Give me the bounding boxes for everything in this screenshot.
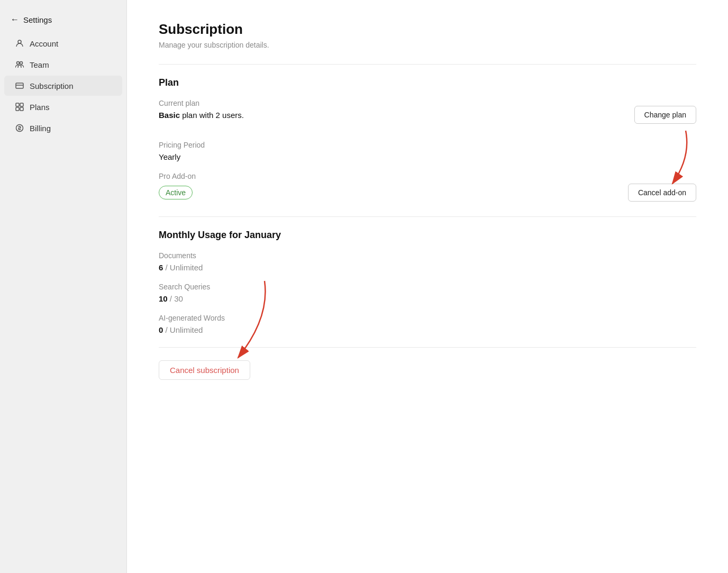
sidebar-item-account[interactable]: Account — [4, 33, 122, 53]
plans-label: Plans — [30, 103, 50, 112]
search-limit: / 30 — [170, 294, 183, 303]
account-icon — [15, 39, 24, 48]
search-value: 10 / 30 — [159, 294, 696, 303]
documents-limit: / Unlimited — [166, 263, 203, 272]
plan-name-suffix: plan with 2 users. — [180, 111, 244, 120]
active-badge: Active — [159, 186, 193, 199]
billing-icon — [15, 123, 24, 133]
current-plan-row: Current plan Basic plan with 2 users. Ch… — [159, 99, 696, 130]
current-plan-field: Current plan Basic plan with 2 users. — [159, 99, 244, 130]
plan-name-bold: Basic — [159, 111, 180, 120]
page-subtitle: Manage your subscription details. — [159, 41, 696, 49]
cancel-subscription-area: Cancel subscription — [159, 360, 250, 380]
back-arrow-icon: ← — [11, 15, 19, 24]
divider-2 — [159, 216, 696, 217]
search-label: Search Queries — [159, 283, 696, 291]
back-button[interactable]: ← Settings — [0, 11, 126, 33]
svg-rect-8 — [20, 107, 23, 111]
svg-rect-3 — [16, 83, 23, 88]
ai-label: AI-generated Words — [159, 314, 696, 322]
svg-rect-6 — [20, 103, 23, 106]
subscription-label: Subscription — [30, 81, 74, 90]
plan-section-title: Plan — [159, 77, 696, 88]
team-icon — [15, 60, 24, 69]
addon-action-area: Cancel add-on — [628, 184, 696, 202]
plans-icon — [15, 102, 24, 112]
search-count: 10 — [159, 294, 168, 303]
svg-rect-5 — [16, 103, 19, 106]
ai-limit: / Unlimited — [166, 325, 203, 334]
sidebar-item-plans[interactable]: Plans — [4, 97, 122, 117]
change-plan-button[interactable]: Change plan — [634, 106, 696, 124]
pro-addon-label: Pro Add-on — [159, 172, 696, 180]
svg-point-1 — [17, 62, 20, 65]
settings-back-label: Settings — [23, 15, 52, 24]
pro-addon-row: Active Cancel add-on — [159, 184, 696, 202]
sidebar-nav: Account Team Sub — [0, 33, 126, 139]
billing-label: Billing — [30, 124, 51, 133]
pro-addon-section: Pro Add-on Active Cancel add-on — [159, 172, 696, 202]
sidebar-item-subscription[interactable]: Subscription — [4, 76, 122, 96]
documents-label: Documents — [159, 251, 696, 260]
sidebar: ← Settings Account — [0, 0, 127, 573]
svg-point-2 — [20, 62, 23, 65]
divider-3 — [159, 347, 696, 348]
documents-count: 6 — [159, 263, 163, 272]
pricing-period-label: Pricing Period — [159, 141, 696, 149]
sidebar-item-billing[interactable]: Billing — [4, 118, 122, 138]
current-plan-label: Current plan — [159, 99, 244, 107]
svg-point-0 — [18, 40, 21, 43]
main-content: Subscription Manage your subscription de… — [127, 0, 728, 573]
cancel-addon-button[interactable]: Cancel add-on — [628, 184, 696, 202]
pricing-period-value: Yearly — [159, 152, 696, 161]
page-title: Subscription — [159, 21, 696, 38]
sidebar-item-team[interactable]: Team — [4, 54, 122, 75]
documents-value: 6 / Unlimited — [159, 263, 696, 272]
team-label: Team — [30, 60, 49, 69]
usage-section-title: Monthly Usage for January — [159, 230, 696, 241]
svg-rect-7 — [16, 107, 19, 111]
divider-1 — [159, 64, 696, 65]
account-label: Account — [30, 39, 58, 48]
ai-value: 0 / Unlimited — [159, 325, 696, 334]
current-plan-value: Basic plan with 2 users. — [159, 111, 244, 120]
subscription-icon — [15, 81, 24, 90]
cancel-subscription-button[interactable]: Cancel subscription — [159, 360, 250, 380]
ai-count: 0 — [159, 325, 163, 334]
